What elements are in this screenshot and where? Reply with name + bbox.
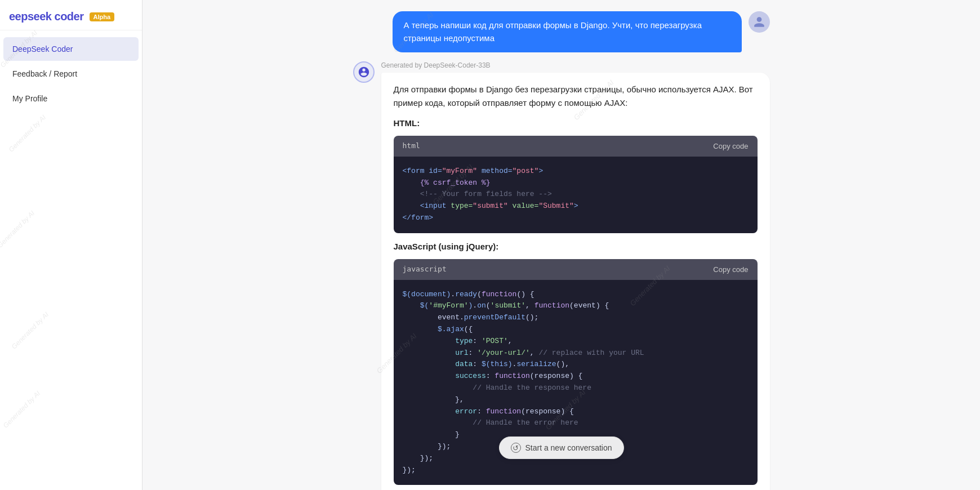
sidebar-item-feedback-report[interactable]: Feedback / Report	[3, 62, 139, 86]
html-copy-button[interactable]: Copy code	[713, 142, 748, 150]
user-message: А теперь напиши код для отправки формы в…	[353, 11, 770, 52]
main-content: Generated by AI Generated by AI Generate…	[142, 0, 980, 490]
user-avatar	[749, 11, 770, 33]
ai-avatar	[353, 61, 375, 83]
js-lang-label: javascript	[403, 264, 447, 275]
sidebar-item-my-profile[interactable]: My Profile	[3, 87, 139, 110]
new-conversation-label: Start a new conversation	[525, 443, 612, 452]
sidebar-nav: DeepSeek Coder Feedback / Report My Prof…	[0, 30, 142, 490]
ai-bubble-wrapper: Generated by DeepSeek-Coder-33B Для отпр…	[381, 61, 770, 490]
deepseek-logo-icon	[358, 66, 370, 78]
user-avatar-icon	[753, 16, 765, 28]
html-code-pre: <form id="myForm" method="post"> {% csrf…	[403, 166, 749, 224]
alpha-badge: Alpha	[90, 12, 115, 21]
chat-inner: Generated by AI Generated by AI Generate…	[342, 11, 781, 490]
js-label: JavaScript (using jQuery):	[394, 240, 758, 253]
new-conversation-button[interactable]: ↺ Start a new conversation	[498, 436, 623, 459]
html-code-header: html Copy code	[394, 136, 758, 157]
sidebar-item-deepseek-coder[interactable]: DeepSeek Coder	[3, 37, 139, 61]
ai-icon-area	[353, 61, 375, 83]
ai-bubble: Для отправки формы в Django без перезагр…	[381, 73, 770, 490]
sidebar: Generated by AI Generated by AI Generate…	[0, 0, 142, 490]
js-copy-button[interactable]: Copy code	[713, 265, 748, 274]
generated-label: Generated by DeepSeek-Coder-33B	[381, 61, 770, 69]
js-code-header: javascript Copy code	[394, 259, 758, 280]
logo-area: eepseek coder Alpha	[0, 0, 142, 30]
html-label: HTML:	[394, 117, 758, 130]
html-lang-label: html	[403, 140, 420, 152]
ai-message: Generated by DeepSeek-Coder-33B Для отпр…	[353, 61, 770, 490]
logo-text: eepseek coder	[9, 10, 84, 23]
new-conversation-icon: ↺	[510, 443, 520, 453]
ai-intro-text: Для отправки формы в Django без перезагр…	[394, 83, 758, 110]
html-code-block: html Copy code <form id="myForm" method=…	[394, 136, 758, 233]
chat-area[interactable]: Generated by AI Generated by AI Generate…	[142, 0, 980, 490]
html-code-body: <form id="myForm" method="post"> {% csrf…	[394, 157, 758, 233]
user-bubble: А теперь напиши код для отправки формы в…	[393, 11, 742, 52]
